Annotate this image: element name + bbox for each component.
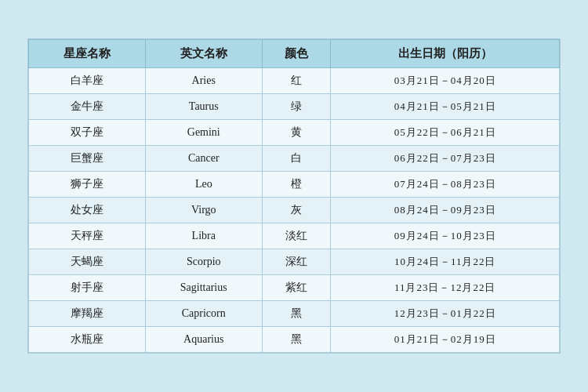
cell-english: Aries xyxy=(145,68,262,94)
cell-english: Capricorn xyxy=(145,301,262,327)
table-row: 天蝎座Scorpio深红10月24日－11月22日 xyxy=(29,249,560,275)
cell-date: 08月24日－09月23日 xyxy=(331,198,560,223)
cell-english: Libra xyxy=(145,223,262,249)
col-header-date: 出生日期（阳历） xyxy=(331,40,560,68)
cell-color: 灰 xyxy=(262,198,331,223)
cell-date: 04月21日－05月21日 xyxy=(331,94,560,120)
cell-date: 09月24日－10月23日 xyxy=(331,223,560,249)
zodiac-table-container: 星座名称 英文名称 颜色 出生日期（阳历） 白羊座Aries红03月21日－04… xyxy=(27,38,561,354)
col-header-english: 英文名称 xyxy=(145,40,262,68)
cell-date: 05月22日－06月21日 xyxy=(331,120,560,146)
cell-chinese: 白羊座 xyxy=(29,68,146,94)
cell-color: 紫红 xyxy=(262,275,331,301)
cell-english: Scorpio xyxy=(145,249,262,275)
cell-date: 01月21日－02月19日 xyxy=(331,327,560,353)
cell-color: 深红 xyxy=(262,249,331,275)
table-row: 巨蟹座Cancer白06月22日－07月23日 xyxy=(29,146,560,172)
cell-color: 橙 xyxy=(262,172,331,198)
cell-chinese: 天秤座 xyxy=(29,223,146,249)
table-header-row: 星座名称 英文名称 颜色 出生日期（阳历） xyxy=(29,40,560,68)
cell-date: 12月23日－01月22日 xyxy=(331,301,560,327)
table-row: 处女座Virgo灰08月24日－09月23日 xyxy=(29,198,560,223)
cell-english: Aquarius xyxy=(145,327,262,353)
cell-chinese: 射手座 xyxy=(29,275,146,301)
table-row: 水瓶座Aquarius黑01月21日－02月19日 xyxy=(29,327,560,353)
cell-chinese: 处女座 xyxy=(29,198,146,223)
col-header-color: 颜色 xyxy=(262,40,331,68)
cell-chinese: 金牛座 xyxy=(29,94,146,120)
cell-chinese: 天蝎座 xyxy=(29,249,146,275)
cell-chinese: 水瓶座 xyxy=(29,327,146,353)
cell-chinese: 双子座 xyxy=(29,120,146,146)
cell-english: Leo xyxy=(145,172,262,198)
table-body: 白羊座Aries红03月21日－04月20日金牛座Taurus绿04月21日－0… xyxy=(29,68,560,353)
cell-color: 绿 xyxy=(262,94,331,120)
table-row: 白羊座Aries红03月21日－04月20日 xyxy=(29,68,560,94)
cell-chinese: 摩羯座 xyxy=(29,301,146,327)
cell-english: Sagittarius xyxy=(145,275,262,301)
table-row: 狮子座Leo橙07月24日－08月23日 xyxy=(29,172,560,198)
cell-date: 10月24日－11月22日 xyxy=(331,249,560,275)
col-header-chinese: 星座名称 xyxy=(29,40,146,68)
cell-color: 黑 xyxy=(262,327,331,353)
cell-chinese: 狮子座 xyxy=(29,172,146,198)
cell-english: Cancer xyxy=(145,146,262,172)
cell-color: 黄 xyxy=(262,120,331,146)
table-row: 金牛座Taurus绿04月21日－05月21日 xyxy=(29,94,560,120)
zodiac-table: 星座名称 英文名称 颜色 出生日期（阳历） 白羊座Aries红03月21日－04… xyxy=(28,39,560,353)
cell-date: 11月23日－12月22日 xyxy=(331,275,560,301)
table-row: 射手座Sagittarius紫红11月23日－12月22日 xyxy=(29,275,560,301)
cell-color: 淡红 xyxy=(262,223,331,249)
table-row: 天秤座Libra淡红09月24日－10月23日 xyxy=(29,223,560,249)
cell-chinese: 巨蟹座 xyxy=(29,146,146,172)
cell-english: Gemini xyxy=(145,120,262,146)
cell-date: 07月24日－08月23日 xyxy=(331,172,560,198)
cell-english: Virgo xyxy=(145,198,262,223)
cell-color: 红 xyxy=(262,68,331,94)
cell-date: 03月21日－04月20日 xyxy=(331,68,560,94)
table-row: 摩羯座Capricorn黑12月23日－01月22日 xyxy=(29,301,560,327)
cell-date: 06月22日－07月23日 xyxy=(331,146,560,172)
table-row: 双子座Gemini黄05月22日－06月21日 xyxy=(29,120,560,146)
cell-color: 白 xyxy=(262,146,331,172)
cell-color: 黑 xyxy=(262,301,331,327)
cell-english: Taurus xyxy=(145,94,262,120)
